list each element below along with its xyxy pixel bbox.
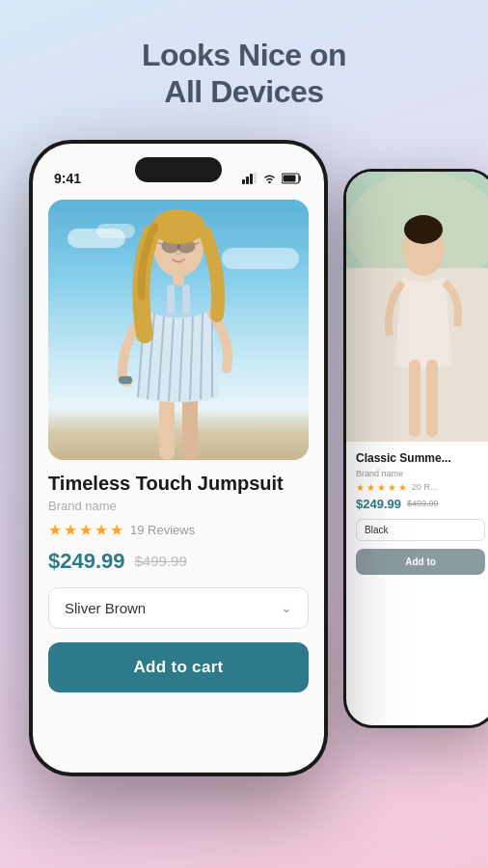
price-current-primary: $249.99 — [48, 549, 125, 574]
headline-line2: All Devices — [142, 73, 346, 110]
svg-rect-10 — [254, 173, 257, 184]
svg-point-23 — [151, 209, 205, 244]
phone-primary: 9:41 — [29, 140, 328, 776]
star-main-1: ★ — [48, 521, 62, 539]
wifi-icon — [262, 173, 277, 184]
add-to-cart-secondary[interactable]: Add to — [356, 549, 485, 575]
signal-icon — [242, 173, 258, 184]
svg-rect-7 — [242, 179, 245, 184]
star-5: ★ — [398, 482, 407, 493]
svg-rect-6 — [426, 360, 438, 437]
svg-rect-15 — [182, 393, 198, 460]
svg-rect-18 — [119, 376, 132, 384]
status-time: 9:41 — [54, 171, 81, 186]
stars-row-primary: ★ ★ ★ ★ ★ 19 Reviews — [48, 521, 309, 539]
headline: Looks Nice on All Devices — [142, 37, 346, 111]
reviews-count-secondary: 20 R... — [412, 482, 438, 492]
price-row-secondary: $249.99 $499.99 — [356, 497, 485, 511]
svg-rect-16 — [167, 285, 175, 315]
star-1: ★ — [356, 482, 365, 493]
stars-row-secondary: ★ ★ ★ ★ ★ 20 R... — [356, 482, 485, 493]
phone-secondary: Classic Summe... Brand name ★ ★ ★ ★ ★ 20… — [343, 169, 488, 728]
svg-point-4 — [404, 215, 443, 244]
add-to-cart-primary[interactable]: Add to cart — [48, 642, 309, 692]
price-original-primary: $499.99 — [135, 553, 187, 569]
star-main-5: ★ — [110, 521, 123, 539]
color-dropdown-primary[interactable]: Sliver Brown ⌄ — [48, 587, 309, 629]
svg-rect-13 — [284, 175, 296, 181]
phones-container: Classic Summe... Brand name ★ ★ ★ ★ ★ 20… — [0, 140, 488, 815]
product-title-primary: Timeless Touch Jumpsuit — [48, 472, 309, 495]
price-current-secondary: $249.99 — [356, 497, 401, 511]
svg-rect-17 — [182, 285, 190, 315]
star-main-4: ★ — [95, 521, 108, 539]
product-image-primary — [48, 200, 309, 460]
product-title-secondary: Classic Summe... — [356, 451, 485, 465]
svg-rect-8 — [246, 176, 249, 184]
dynamic-island — [135, 157, 222, 182]
phone-secondary-screen: Classic Summe... Brand name ★ ★ ★ ★ ★ 20… — [346, 172, 488, 725]
product-content-secondary: Classic Summe... Brand name ★ ★ ★ ★ ★ 20… — [346, 442, 488, 584]
chevron-down-icon: ⌄ — [281, 600, 292, 615]
svg-rect-14 — [159, 393, 175, 460]
product-image-secondary — [346, 172, 488, 442]
phone-primary-screen: 9:41 — [33, 144, 324, 773]
product-brand-secondary: Brand name — [356, 469, 485, 478]
product-content-primary: Timeless Touch Jumpsuit Brand name ★ ★ ★… — [48, 472, 309, 692]
svg-point-11 — [268, 181, 270, 183]
star-main-3: ★ — [79, 521, 93, 539]
status-icons — [242, 173, 303, 184]
star-3: ★ — [377, 482, 386, 493]
headline-line1: Looks Nice on — [142, 37, 346, 73]
svg-rect-5 — [409, 360, 420, 437]
svg-rect-9 — [250, 174, 253, 184]
color-label-secondary: Black — [365, 525, 388, 535]
color-dropdown-secondary[interactable]: Black — [356, 519, 485, 541]
price-original-secondary: $499.99 — [407, 499, 439, 508]
product-brand-primary: Brand name — [48, 499, 309, 513]
reviews-count-primary: 19 Reviews — [130, 523, 195, 537]
battery-icon — [282, 173, 303, 184]
color-label-primary: Sliver Brown — [65, 600, 146, 616]
star-2: ★ — [366, 482, 375, 493]
star-main-2: ★ — [64, 521, 77, 539]
fashion-model — [82, 200, 275, 460]
star-4: ★ — [388, 482, 396, 493]
price-row-primary: $249.99 $499.99 — [48, 549, 309, 574]
